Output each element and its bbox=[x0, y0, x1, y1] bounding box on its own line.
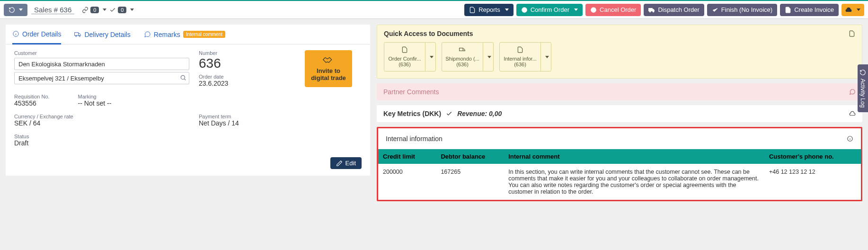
th-credit: Credit limit bbox=[378, 149, 436, 164]
cloud-icon bbox=[845, 7, 852, 13]
doc-name: Order Confir... bbox=[386, 56, 423, 62]
info-icon[interactable] bbox=[847, 135, 853, 142]
customer-name-input[interactable] bbox=[14, 58, 189, 70]
payterm-label: Payment term bbox=[199, 114, 295, 119]
status-val: Draft bbox=[14, 139, 189, 147]
number-val: 636 bbox=[199, 56, 295, 71]
dispatch-button[interactable]: Dispatch Order bbox=[644, 4, 704, 16]
revenue: Revenue: 0,00 bbox=[457, 110, 502, 117]
doc-name: Internal infor... bbox=[502, 56, 539, 62]
check-icon bbox=[712, 7, 718, 13]
doc-num: (636) bbox=[514, 62, 526, 67]
cancel-label: Cancel Order bbox=[600, 6, 636, 13]
customer-address-input[interactable] bbox=[14, 72, 189, 84]
svg-point-12 bbox=[181, 75, 185, 79]
quick-access-title: Quick Access to Documents bbox=[384, 30, 473, 37]
currency-val: SEK / 64 bbox=[14, 119, 189, 127]
cloud-button[interactable] bbox=[841, 4, 864, 16]
doc-dropdown[interactable] bbox=[540, 43, 551, 71]
check-icon bbox=[109, 7, 116, 13]
activity-log-label: Activity Log bbox=[859, 79, 866, 107]
customer-label: Customer bbox=[14, 50, 189, 56]
invite-label-1: Invite to bbox=[317, 67, 340, 74]
tab-remarks[interactable]: Remarks Internal comment bbox=[144, 25, 225, 44]
finish-label: Finish (No Invoice) bbox=[721, 6, 772, 13]
partner-comments-label: Partner Comments bbox=[383, 88, 439, 96]
handshake-icon bbox=[321, 55, 336, 64]
doc-dropdown[interactable] bbox=[425, 43, 435, 71]
doc-name: Shipmondo (... bbox=[444, 56, 481, 62]
finish-button[interactable]: Finish (No Invoice) bbox=[707, 4, 777, 16]
currency-block: Currency / Exchange rate SEK / 64 Status… bbox=[14, 114, 189, 147]
doc-card-order-confirmation[interactable]: Order Confir... (636) bbox=[384, 42, 436, 71]
document-icon bbox=[517, 46, 523, 53]
edit-button[interactable]: Edit bbox=[330, 157, 362, 169]
svg-point-4 bbox=[650, 11, 651, 12]
activity-log-tab[interactable]: Activity Log bbox=[858, 64, 868, 112]
reports-label: Reports bbox=[478, 6, 500, 13]
search-icon[interactable] bbox=[180, 74, 186, 81]
internal-info-title: Internal information bbox=[386, 135, 443, 143]
svg-rect-3 bbox=[649, 8, 653, 11]
check-pill[interactable]: 0 bbox=[109, 7, 134, 13]
marking-label: Marking bbox=[78, 94, 112, 99]
sales-title[interactable]: Sales # 636 bbox=[31, 6, 74, 14]
chevron-down-icon bbox=[430, 56, 434, 58]
number-block: Number 636 Order date 23.6.2023 bbox=[199, 50, 295, 87]
td-credit: 200000 bbox=[378, 164, 436, 200]
invite-label-2: digital trade bbox=[311, 74, 346, 81]
order-details-body: Customer Number 636 Order date 23.6.2023… bbox=[6, 45, 370, 176]
dispatch-label: Dispatch Order bbox=[658, 6, 699, 13]
create-invoice-button[interactable]: Create Invoice bbox=[780, 4, 839, 16]
history-button[interactable] bbox=[4, 4, 27, 16]
table-row: 200000 167265 In this section, you can w… bbox=[378, 164, 861, 200]
internal-info-panel: Internal information Credit limit Debtor… bbox=[377, 127, 862, 201]
th-debtor: Debtor balance bbox=[436, 149, 504, 164]
number-label: Number bbox=[199, 50, 295, 56]
tab-order-details[interactable]: Order Details bbox=[12, 25, 61, 45]
cancel-button[interactable]: Cancel Order bbox=[585, 4, 641, 16]
top-bar: Sales # 636 0 0 Reports Confirm Order Ca bbox=[0, 0, 868, 19]
edit-label: Edit bbox=[345, 160, 356, 167]
td-phone: +46 12 123 12 12 bbox=[764, 164, 861, 200]
check-icon bbox=[446, 110, 452, 117]
link-icon bbox=[82, 7, 89, 13]
document-icon bbox=[401, 46, 408, 53]
td-debtor: 167265 bbox=[436, 164, 504, 200]
doc-dropdown[interactable] bbox=[483, 43, 493, 71]
svg-point-5 bbox=[653, 11, 654, 12]
document-icon[interactable] bbox=[849, 30, 855, 37]
payterm-block: Payment term Net Days / 14 bbox=[199, 114, 295, 147]
confirm-button[interactable]: Confirm Order bbox=[516, 4, 583, 16]
right-column: Quick Access to Documents Order Confir..… bbox=[377, 25, 862, 201]
quick-access-panel: Quick Access to Documents Order Confir..… bbox=[377, 25, 862, 79]
order-card: Order Details Delivery Details Remarks I… bbox=[6, 25, 370, 176]
chat-icon bbox=[849, 89, 856, 95]
doc-card-shipmondo[interactable]: Shipmondo (... (636) bbox=[442, 42, 494, 71]
link-pill[interactable]: 0 bbox=[82, 7, 106, 13]
create-invoice-label: Create Invoice bbox=[794, 6, 834, 13]
chevron-down-icon bbox=[130, 9, 134, 11]
reports-button[interactable]: Reports bbox=[464, 4, 514, 16]
tab-label: Order Details bbox=[22, 30, 61, 38]
info-icon bbox=[12, 30, 19, 37]
partner-comments-panel[interactable]: Partner Comments bbox=[377, 83, 862, 100]
tab-label: Delivery Details bbox=[84, 31, 130, 38]
orderdate-label: Order date bbox=[199, 74, 295, 80]
chevron-down-icon bbox=[545, 56, 549, 58]
link-count: 0 bbox=[90, 7, 99, 13]
key-metrics-panel[interactable]: Key Metrics (DKK) Revenue: 0,00 bbox=[377, 105, 862, 122]
doc-num: (636) bbox=[456, 62, 469, 67]
chat-icon bbox=[144, 31, 151, 38]
svg-line-13 bbox=[184, 79, 186, 80]
chevron-down-icon bbox=[487, 56, 491, 58]
payterm-val: Net Days / 14 bbox=[199, 119, 295, 127]
tab-label: Remarks bbox=[154, 31, 180, 38]
cloud-icon bbox=[849, 110, 856, 117]
truck-icon bbox=[648, 7, 655, 13]
invite-button[interactable]: Invite todigital trade bbox=[305, 50, 352, 87]
history-icon bbox=[859, 69, 866, 76]
tabs-row: Order Details Delivery Details Remarks I… bbox=[6, 25, 370, 45]
tab-delivery-details[interactable]: Delivery Details bbox=[74, 25, 130, 44]
doc-card-internal-info[interactable]: Internal infor... (636) bbox=[499, 42, 551, 71]
